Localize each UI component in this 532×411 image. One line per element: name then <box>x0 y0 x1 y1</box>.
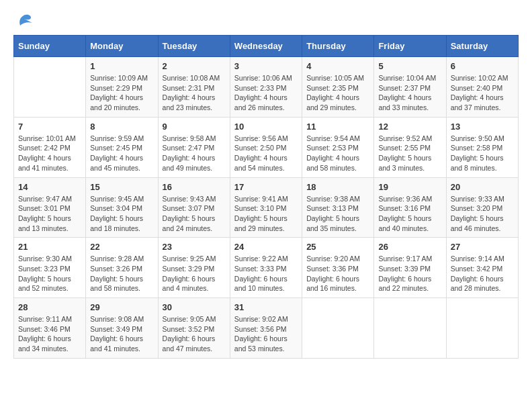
calendar-cell: 2Sunrise: 10:08 AM Sunset: 2:31 PM Dayli… <box>158 57 230 118</box>
header-friday: Friday <box>374 36 446 57</box>
day-info: Sunrise: 10:06 AM Sunset: 2:33 PM Daylig… <box>234 73 298 113</box>
day-info: Sunrise: 9:05 AM Sunset: 3:52 PM Dayligh… <box>163 314 226 354</box>
calendar-cell: 9Sunrise: 9:58 AM Sunset: 2:47 PM Daylig… <box>158 117 230 177</box>
day-number: 6 <box>451 61 514 71</box>
day-info: Sunrise: 9:43 AM Sunset: 3:07 PM Dayligh… <box>163 194 226 234</box>
day-number: 23 <box>163 242 226 252</box>
day-number: 28 <box>18 302 81 312</box>
calendar-cell: 14Sunrise: 9:47 AM Sunset: 3:01 PM Dayli… <box>14 177 86 238</box>
day-number: 4 <box>306 61 369 71</box>
day-info: Sunrise: 9:28 AM Sunset: 3:26 PM Dayligh… <box>90 254 153 293</box>
calendar-table: SundayMondayTuesdayWednesdayThursdayFrid… <box>13 35 519 359</box>
day-number: 11 <box>306 122 369 132</box>
day-info: Sunrise: 9:41 AM Sunset: 3:10 PM Dayligh… <box>234 194 298 234</box>
day-number: 5 <box>378 61 441 71</box>
day-number: 21 <box>18 242 81 252</box>
calendar-cell: 29Sunrise: 9:08 AM Sunset: 3:49 PM Dayli… <box>86 298 158 359</box>
day-info: Sunrise: 9:20 AM Sunset: 3:36 PM Dayligh… <box>306 254 369 293</box>
calendar-body: 1Sunrise: 10:09 AM Sunset: 2:29 PM Dayli… <box>14 57 519 359</box>
calendar-cell: 21Sunrise: 9:30 AM Sunset: 3:23 PM Dayli… <box>14 238 86 298</box>
day-info: Sunrise: 9:25 AM Sunset: 3:29 PM Dayligh… <box>163 254 226 293</box>
day-info: Sunrise: 9:38 AM Sunset: 3:13 PM Dayligh… <box>306 194 369 234</box>
week-row-3: 14Sunrise: 9:47 AM Sunset: 3:01 PM Dayli… <box>14 177 519 238</box>
calendar-cell: 25Sunrise: 9:20 AM Sunset: 3:36 PM Dayli… <box>302 238 374 298</box>
day-info: Sunrise: 10:05 AM Sunset: 2:35 PM Daylig… <box>306 73 369 113</box>
day-info: Sunrise: 9:22 AM Sunset: 3:33 PM Dayligh… <box>234 254 298 293</box>
day-number: 22 <box>90 242 153 252</box>
day-number: 15 <box>90 182 153 192</box>
header-thursday: Thursday <box>302 36 374 57</box>
calendar-cell: 23Sunrise: 9:25 AM Sunset: 3:29 PM Dayli… <box>158 238 230 298</box>
calendar-cell <box>374 298 446 359</box>
calendar-cell: 4Sunrise: 10:05 AM Sunset: 2:35 PM Dayli… <box>302 57 374 118</box>
calendar-cell: 5Sunrise: 10:04 AM Sunset: 2:37 PM Dayli… <box>374 57 446 118</box>
logo <box>13 13 35 28</box>
calendar-cell: 10Sunrise: 9:56 AM Sunset: 2:50 PM Dayli… <box>230 117 302 177</box>
day-info: Sunrise: 9:02 AM Sunset: 3:56 PM Dayligh… <box>234 314 298 354</box>
day-number: 24 <box>234 242 298 252</box>
week-row-2: 7Sunrise: 10:01 AM Sunset: 2:42 PM Dayli… <box>14 117 519 177</box>
calendar-cell: 11Sunrise: 9:54 AM Sunset: 2:53 PM Dayli… <box>302 117 374 177</box>
day-number: 16 <box>163 182 226 192</box>
calendar-cell <box>14 57 86 118</box>
day-number: 17 <box>234 182 298 192</box>
header-saturday: Saturday <box>446 36 518 57</box>
header-monday: Monday <box>86 36 158 57</box>
calendar-cell: 22Sunrise: 9:28 AM Sunset: 3:26 PM Dayli… <box>86 238 158 298</box>
calendar-cell: 19Sunrise: 9:36 AM Sunset: 3:16 PM Dayli… <box>374 177 446 238</box>
day-info: Sunrise: 9:50 AM Sunset: 2:58 PM Dayligh… <box>451 134 514 173</box>
calendar-cell: 28Sunrise: 9:11 AM Sunset: 3:46 PM Dayli… <box>14 298 86 359</box>
calendar-cell: 3Sunrise: 10:06 AM Sunset: 2:33 PM Dayli… <box>230 57 302 118</box>
calendar-cell: 13Sunrise: 9:50 AM Sunset: 2:58 PM Dayli… <box>446 117 518 177</box>
calendar-cell: 16Sunrise: 9:43 AM Sunset: 3:07 PM Dayli… <box>158 177 230 238</box>
calendar-cell: 27Sunrise: 9:14 AM Sunset: 3:42 PM Dayli… <box>446 238 518 298</box>
day-number: 14 <box>18 182 81 192</box>
day-info: Sunrise: 10:08 AM Sunset: 2:31 PM Daylig… <box>163 73 226 113</box>
calendar-cell: 30Sunrise: 9:05 AM Sunset: 3:52 PM Dayli… <box>158 298 230 359</box>
header-sunday: Sunday <box>14 36 86 57</box>
calendar-cell: 1Sunrise: 10:09 AM Sunset: 2:29 PM Dayli… <box>86 57 158 118</box>
day-info: Sunrise: 10:01 AM Sunset: 2:42 PM Daylig… <box>18 134 81 173</box>
day-number: 18 <box>306 182 369 192</box>
logo-bird-icon <box>13 13 32 28</box>
calendar-cell: 20Sunrise: 9:33 AM Sunset: 3:20 PM Dayli… <box>446 177 518 238</box>
day-info: Sunrise: 9:54 AM Sunset: 2:53 PM Dayligh… <box>306 134 369 173</box>
day-number: 20 <box>451 182 514 192</box>
calendar-cell <box>302 298 374 359</box>
day-info: Sunrise: 9:56 AM Sunset: 2:50 PM Dayligh… <box>234 134 298 173</box>
calendar-cell <box>446 298 518 359</box>
calendar-cell: 12Sunrise: 9:52 AM Sunset: 2:55 PM Dayli… <box>374 117 446 177</box>
calendar-cell: 17Sunrise: 9:41 AM Sunset: 3:10 PM Dayli… <box>230 177 302 238</box>
header-tuesday: Tuesday <box>158 36 230 57</box>
day-info: Sunrise: 9:59 AM Sunset: 2:45 PM Dayligh… <box>90 134 153 173</box>
day-number: 25 <box>306 242 369 252</box>
day-info: Sunrise: 9:47 AM Sunset: 3:01 PM Dayligh… <box>18 194 81 234</box>
day-info: Sunrise: 9:52 AM Sunset: 2:55 PM Dayligh… <box>378 134 441 173</box>
day-number: 19 <box>378 182 441 192</box>
header <box>13 13 519 28</box>
day-info: Sunrise: 9:11 AM Sunset: 3:46 PM Dayligh… <box>18 314 81 354</box>
week-row-1: 1Sunrise: 10:09 AM Sunset: 2:29 PM Dayli… <box>14 57 519 118</box>
day-number: 13 <box>451 122 514 132</box>
day-info: Sunrise: 9:17 AM Sunset: 3:39 PM Dayligh… <box>378 254 441 293</box>
day-number: 1 <box>90 61 153 71</box>
day-number: 7 <box>18 122 81 132</box>
calendar-cell: 8Sunrise: 9:59 AM Sunset: 2:45 PM Daylig… <box>86 117 158 177</box>
day-number: 12 <box>378 122 441 132</box>
day-number: 9 <box>163 122 226 132</box>
day-info: Sunrise: 9:45 AM Sunset: 3:04 PM Dayligh… <box>90 194 153 234</box>
calendar-cell: 18Sunrise: 9:38 AM Sunset: 3:13 PM Dayli… <box>302 177 374 238</box>
day-info: Sunrise: 9:58 AM Sunset: 2:47 PM Dayligh… <box>163 134 226 173</box>
day-number: 26 <box>378 242 441 252</box>
day-info: Sunrise: 9:33 AM Sunset: 3:20 PM Dayligh… <box>451 194 514 234</box>
day-info: Sunrise: 9:30 AM Sunset: 3:23 PM Dayligh… <box>18 254 81 293</box>
day-info: Sunrise: 9:14 AM Sunset: 3:42 PM Dayligh… <box>451 254 514 293</box>
calendar-cell: 24Sunrise: 9:22 AM Sunset: 3:33 PM Dayli… <box>230 238 302 298</box>
calendar-cell: 15Sunrise: 9:45 AM Sunset: 3:04 PM Dayli… <box>86 177 158 238</box>
calendar-cell: 31Sunrise: 9:02 AM Sunset: 3:56 PM Dayli… <box>230 298 302 359</box>
day-number: 30 <box>163 302 226 312</box>
day-number: 27 <box>451 242 514 252</box>
day-number: 10 <box>234 122 298 132</box>
header-row: SundayMondayTuesdayWednesdayThursdayFrid… <box>14 36 519 57</box>
week-row-4: 21Sunrise: 9:30 AM Sunset: 3:23 PM Dayli… <box>14 238 519 298</box>
